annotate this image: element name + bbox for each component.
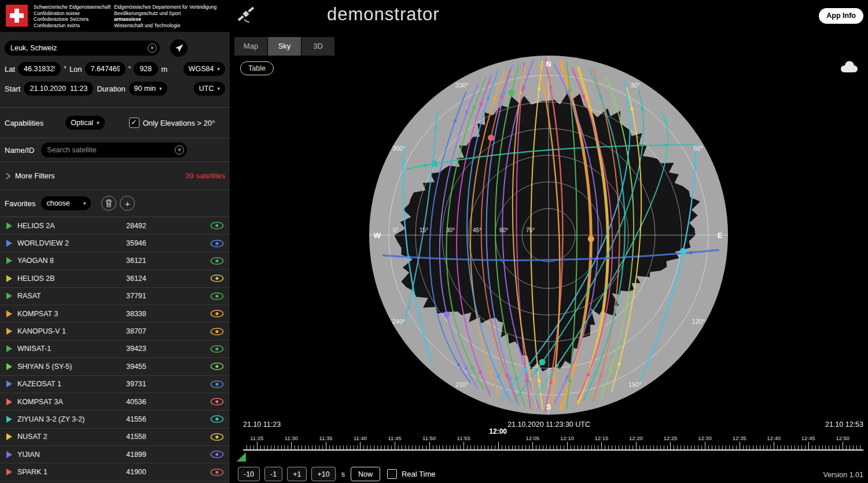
satellite-name: SPARK 1 (17, 468, 47, 476)
satellite-row[interactable]: HELIOS 2A28492 (0, 217, 230, 235)
timeline-tick (626, 445, 626, 449)
visibility-eye-icon[interactable] (210, 450, 224, 459)
satellite-play-icon[interactable] (6, 292, 13, 300)
satellite-play-icon[interactable] (6, 257, 13, 265)
tab-map[interactable]: Map (234, 37, 267, 56)
satellite-row[interactable]: KAZEOSAT 139731 (0, 376, 230, 393)
satellite-play-icon[interactable] (6, 433, 13, 441)
satellite-position-dot[interactable] (588, 236, 594, 242)
visibility-eye-icon[interactable] (210, 221, 224, 230)
satellite-row[interactable]: HELIOS 2B36124 (0, 270, 230, 287)
add-favorite-button[interactable]: + (120, 196, 135, 211)
satellite-search-input[interactable] (41, 142, 187, 158)
visibility-eye-icon[interactable] (210, 397, 224, 406)
visibility-eye-icon[interactable] (210, 415, 224, 423)
satellite-play-icon[interactable] (6, 415, 13, 423)
timeline-tick (402, 445, 402, 449)
satellite-row[interactable]: KOMPSAT 3A40536 (0, 393, 230, 411)
altitude-input[interactable] (134, 62, 158, 76)
satellite-row[interactable]: WORLDVIEW 235946 (0, 235, 230, 252)
capabilities-dropdown[interactable]: Optical ▾ (65, 116, 104, 130)
satellite-play-icon[interactable] (6, 310, 13, 318)
visibility-eye-icon[interactable] (210, 468, 224, 477)
delete-favorites-button[interactable] (101, 196, 116, 211)
satellite-position-dot[interactable] (488, 134, 494, 141)
timeline-tick (729, 445, 730, 449)
timezone-dropdown[interactable]: UTC ▾ (194, 82, 225, 96)
step-minus-10-button[interactable]: -10 (238, 467, 260, 481)
satellite-play-icon[interactable] (6, 398, 13, 406)
visibility-eye-icon[interactable] (210, 327, 224, 336)
location-input[interactable] (5, 41, 160, 56)
visibility-eye-icon[interactable] (210, 380, 224, 389)
satellite-row[interactable]: SPARK 141900 (0, 463, 230, 481)
satellite-row[interactable]: RASAT37791 (0, 288, 230, 305)
satellite-play-icon[interactable] (6, 222, 13, 230)
table-button[interactable]: Table (240, 61, 274, 75)
satellite-row[interactable]: YAOGAN 836121 (0, 253, 230, 270)
timeline-tick (357, 445, 358, 449)
elevation-filter-checkbox[interactable]: ✓ (129, 118, 139, 128)
step-plus-1-button[interactable]: +1 (287, 467, 307, 481)
satellite-position-dot[interactable] (508, 90, 514, 96)
timeline-ruler[interactable]: 11:2511:3011:3511:4011:4511:5011:5512:00… (243, 430, 863, 451)
visibility-eye-icon[interactable] (210, 433, 224, 441)
timeline-tick (257, 442, 258, 449)
lat-input[interactable] (18, 62, 61, 76)
visibility-eye-icon[interactable] (210, 257, 224, 265)
step-plus-10-button[interactable]: +10 (311, 467, 335, 481)
visibility-eye-icon[interactable] (210, 239, 224, 248)
satellite-play-icon[interactable] (6, 380, 13, 388)
visibility-eye-icon[interactable] (210, 362, 224, 371)
satellite-play-icon[interactable] (6, 345, 13, 353)
satellite-play-icon[interactable] (6, 239, 13, 247)
satellite-row[interactable]: WNISAT-139423 (0, 341, 230, 358)
tab-3d[interactable]: 3D (301, 37, 334, 56)
satellite-row[interactable]: KANOPUS-V 138707 (0, 323, 230, 340)
satellite-position-dot[interactable] (680, 248, 686, 254)
satellite-play-icon[interactable] (6, 451, 13, 459)
step-minus-1-button[interactable]: -1 (264, 467, 282, 481)
cloud-icon[interactable] (839, 60, 859, 73)
satellite-play-icon[interactable] (6, 363, 13, 371)
main-panel: Map Sky 3D Table NESW30°60°120°150°210°2… (230, 32, 868, 483)
tab-sky[interactable]: Sky (268, 37, 301, 56)
app-header: Schweizerische Eidgenossenschaft Confédé… (0, 0, 868, 32)
timeline-tick (347, 445, 347, 449)
timeline-playhead[interactable] (237, 452, 246, 462)
clear-location-icon[interactable]: ✕ (148, 43, 157, 53)
satellite-row[interactable]: KOMPSAT 338338 (0, 305, 230, 323)
satellite-row[interactable]: YIJIAN41899 (0, 446, 230, 463)
visibility-eye-icon[interactable] (210, 274, 224, 283)
timeline-tick (632, 445, 633, 449)
satellite-play-icon[interactable] (6, 468, 13, 476)
satellite-play-icon[interactable] (6, 275, 13, 283)
locate-button[interactable] (170, 39, 187, 57)
satellite-play-icon[interactable] (6, 327, 13, 335)
timeline-tick-label: 12:00 (489, 427, 507, 436)
satellite-row[interactable]: SHIYAN 5 (SY-5)39455 (0, 358, 230, 375)
timeline-tick (467, 445, 468, 449)
lon-input[interactable] (85, 62, 126, 76)
chevron-right-icon[interactable] (5, 171, 12, 181)
satellite-row[interactable]: ZIYUAN 3-2 (ZY 3-2)41556 (0, 411, 230, 428)
sky-plot[interactable]: NESW30°60°120°150°210°240°300°330°0°15°3… (230, 56, 868, 417)
datum-dropdown[interactable]: WGS84 ▾ (183, 62, 225, 76)
satellite-position-dot[interactable] (444, 312, 450, 318)
satellite-row[interactable]: NUSAT 241558 (0, 429, 230, 446)
more-filters-label[interactable]: More Filters (15, 171, 55, 180)
app-info-button[interactable]: App Info (819, 8, 863, 24)
visibility-eye-icon[interactable] (210, 292, 224, 301)
duration-dropdown[interactable]: 90 min ▾ (129, 82, 167, 96)
realtime-checkbox[interactable] (387, 469, 397, 479)
now-button[interactable]: Now (351, 467, 380, 481)
timeline-tick (740, 442, 740, 449)
azimuth-label: 210° (455, 381, 469, 388)
visibility-eye-icon[interactable] (210, 309, 224, 318)
visibility-eye-icon[interactable] (210, 345, 224, 353)
favorites-dropdown[interactable]: choose ▾ (41, 196, 91, 210)
start-time-input[interactable] (24, 82, 93, 96)
satellite-position-dot[interactable] (539, 359, 546, 365)
clear-search-icon[interactable]: ✕ (175, 145, 184, 155)
timeline-tick (746, 445, 747, 449)
